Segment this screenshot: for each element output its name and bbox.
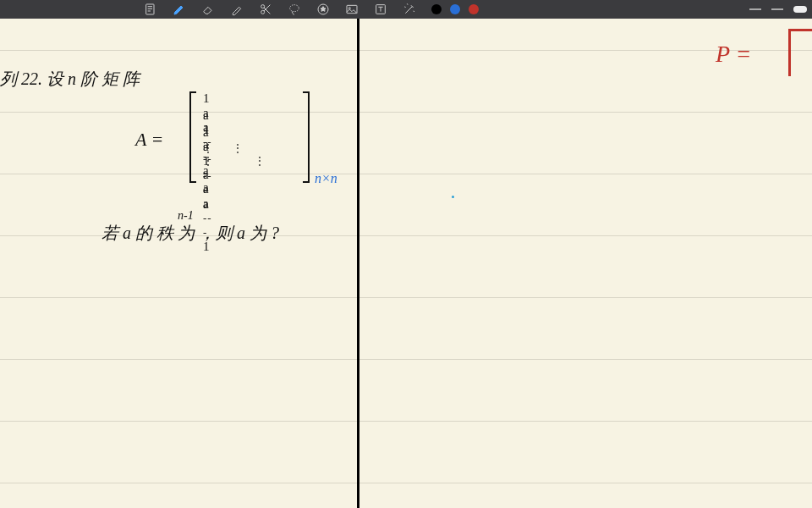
highlighter-icon[interactable] [230,3,244,16]
rank-exponent: n-1 [178,209,194,223]
page-divider [357,19,359,508]
color-blue[interactable] [450,4,460,14]
minimize-icon[interactable] [749,8,761,10]
maximize-icon[interactable] [793,6,807,13]
lasso-icon[interactable] [288,3,301,16]
P-bracket-partial [788,29,812,76]
text-tool-icon[interactable] [374,3,387,16]
matrix-dimension: n×n [315,171,337,186]
matrix-left-bracket [189,91,196,183]
question-text: 若 a 的 秩 为 ，则 a 为 ? [102,222,279,245]
color-red[interactable] [469,4,479,14]
color-black[interactable] [431,4,442,14]
pen-icon[interactable] [173,3,186,16]
stray-mark [452,196,454,198]
P-equals: P = [716,41,752,68]
toolbar [0,0,812,19]
matrix-right-bracket [303,91,310,183]
matrix-A-label: A = [135,129,163,151]
toolbar-icons [144,3,416,16]
problem-heading: 列 22. 设 n 阶 矩 阵 [0,68,140,91]
page-icon[interactable] [144,3,157,16]
star-tool-icon[interactable] [316,3,330,16]
note-canvas[interactable]: 列 22. 设 n 阶 矩 阵 A = 1 a a --- a a 1 a --… [0,19,812,508]
wand-icon[interactable] [403,3,416,16]
svg-rect-0 [146,4,154,14]
cut-icon[interactable] [259,3,272,16]
image-icon[interactable] [345,3,359,16]
svg-point-3 [290,5,299,12]
eraser-icon[interactable] [201,3,215,16]
window-controls [749,6,807,13]
minimize2-icon[interactable] [771,8,783,10]
color-palette [431,4,479,14]
